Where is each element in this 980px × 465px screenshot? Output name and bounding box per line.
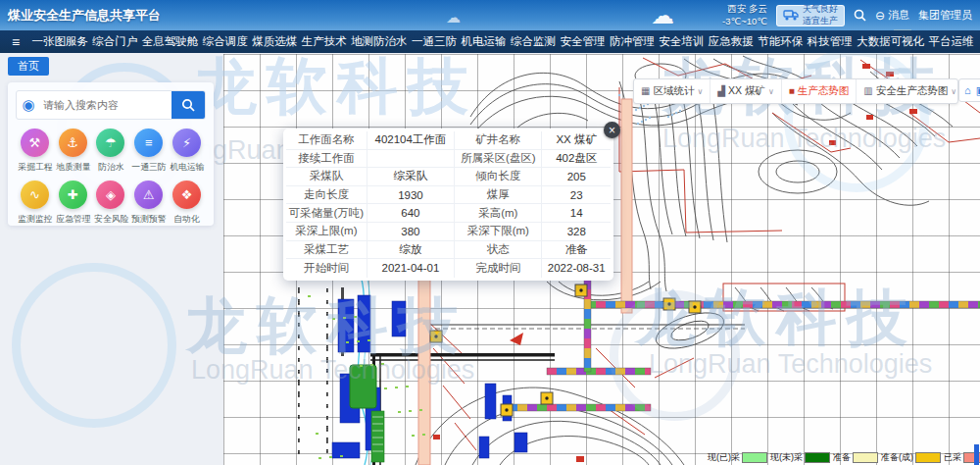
app-shortcut-label: 地质测量 xyxy=(56,161,89,173)
app-shortcut-label: 一通三防 xyxy=(132,161,166,173)
nav-item-6[interactable]: 生产技术 xyxy=(302,34,347,49)
nav-item-7[interactable]: 地测防治水 xyxy=(351,34,408,49)
title-bar: 煤业安全生产信息共享平台 西安 多云 -3℃~10℃ 天气良好 适宜生产 xyxy=(0,0,980,30)
legend-label: 现(已)采 xyxy=(708,451,740,464)
nav-item-3[interactable]: 全息驾驶舱 xyxy=(142,34,199,49)
nav-item-2[interactable]: 综合门户 xyxy=(92,34,137,49)
close-icon[interactable]: × xyxy=(604,122,620,138)
popup-field-value: 328 xyxy=(542,223,611,241)
first-aid-icon: ✚ xyxy=(68,188,78,201)
toolbar-safety-map[interactable]: ▥安全生产态势图∨ xyxy=(856,79,958,103)
plug-icon: ⚡ xyxy=(182,136,191,149)
app-shortcut-anchor[interactable]: ⚓地质测量 xyxy=(54,129,92,174)
popup-field-value: 402104工作面 xyxy=(368,131,455,150)
umbrella-icon: ☂ xyxy=(96,129,124,157)
scrollbar-thumb[interactable] xyxy=(974,444,979,465)
toolbar-production-map[interactable]: ■生产态势图 xyxy=(781,79,857,103)
home-icon[interactable]: ⌂ xyxy=(964,85,971,96)
weather-city: 西安 多云 xyxy=(722,3,767,15)
app-shortcut-umbrella[interactable]: ☂防治水 xyxy=(92,129,130,174)
brand-logo-icon: ◉ xyxy=(17,91,40,119)
truck-icon xyxy=(783,9,799,22)
app-shortcut-label: 防治水 xyxy=(94,161,127,173)
search-icon xyxy=(181,98,195,112)
toolbar-region-stats[interactable]: ▦区域统计∨ xyxy=(634,79,710,103)
search-icon[interactable] xyxy=(854,9,866,22)
nav-items: 一张图服务综合门户全息驾驶舱综合调度煤质选煤生产技术地测防治水一通三防机电运输综… xyxy=(29,34,980,49)
nav-item-10[interactable]: 综合监测 xyxy=(511,34,556,49)
popup-field-label: 采深下限(m) xyxy=(455,223,542,241)
popup-field-value xyxy=(368,150,455,169)
app-shortcut-label: 监测监控 xyxy=(18,213,51,225)
nav-item-11[interactable]: 安全管理 xyxy=(560,34,605,49)
search-input[interactable] xyxy=(40,91,172,119)
toolbar-label: 生产态势图 xyxy=(798,84,850,98)
legend-item: 准备 xyxy=(833,451,878,464)
warning-icon: ⚠ xyxy=(134,181,163,209)
nav-item-12[interactable]: 防冲管理 xyxy=(610,34,655,49)
nav-item-5[interactable]: 煤质选煤 xyxy=(252,34,297,49)
workface-info-popup: × 工作面名称402104工作面矿井名称XX 煤矿接续工作面所属采区(盘区)40… xyxy=(283,129,613,281)
nav-item-8[interactable]: 一通三防 xyxy=(412,34,457,49)
popup-field-label: 所属采区(盘区) xyxy=(455,150,542,169)
app-shortcut-plug[interactable]: ⚡机电运输 xyxy=(168,129,206,174)
app-root: 龙软科技 LongRuan Technologies 龙软科技 LongRuan… xyxy=(0,0,980,465)
pick-icon: ⚒ xyxy=(29,136,41,149)
popup-field-label: 煤厚 xyxy=(455,186,542,205)
nav-item-9[interactable]: 机电运输 xyxy=(462,34,507,49)
popup-field-value: 综放 xyxy=(368,241,455,260)
hamburger-menu-icon[interactable]: ≡ xyxy=(0,35,29,49)
nav-item-18[interactable]: 平台运维 xyxy=(929,34,974,49)
nav-item-17[interactable]: 大数据可视化 xyxy=(857,34,924,49)
app-shortcut-warning[interactable]: ⚠预测预警 xyxy=(129,181,168,226)
popup-field-label: 工作面名称 xyxy=(286,131,368,150)
popup-field-value: 402盘区 xyxy=(542,150,611,169)
legend-label: 已采 xyxy=(944,451,961,464)
app-shortcut-label: 安全风险 xyxy=(94,213,127,225)
nav-item-14[interactable]: 应急救援 xyxy=(709,34,754,49)
search-button[interactable] xyxy=(172,91,205,119)
popup-field-value: 380 xyxy=(368,223,455,241)
quick-access-panel: ◉ ⚒采掘工程⚓地质测量☂防治水≡一通三防⚡机电运输∿监测监控✚应急管理◈安全风… xyxy=(8,82,214,226)
production-map-icon: ■ xyxy=(789,86,795,96)
app-shortcut-automation[interactable]: ❖自动化 xyxy=(168,181,206,226)
messages-button[interactable]: ⊖ 消息 xyxy=(875,8,909,23)
nav-item-15[interactable]: 节能环保 xyxy=(758,34,803,49)
map-toolbar: ▦区域统计∨▟XX 煤矿∨■生产态势图▥安全生产态势图∨▣工具∨ xyxy=(633,78,958,104)
app-shortcut-sliders[interactable]: ≡一通三防 xyxy=(129,129,168,174)
chevron-down-icon: ∨ xyxy=(951,87,956,96)
app-shortcut-first-aid[interactable]: ✚应急管理 xyxy=(54,181,92,226)
window-icon[interactable]: ▣ xyxy=(976,85,980,96)
first-aid-icon: ✚ xyxy=(59,181,87,209)
popup-field-label: 接续工作面 xyxy=(286,150,368,169)
legend-swatch xyxy=(915,452,941,463)
popup-field-label: 走向长度 xyxy=(286,186,368,205)
mine-select-icon: ▟ xyxy=(717,86,725,96)
nav-item-4[interactable]: 综合调度 xyxy=(203,34,248,49)
weather-status-line2: 适宜生产 xyxy=(803,16,838,26)
legend-item: 现(已)采 xyxy=(708,451,767,464)
sliders-icon: ≡ xyxy=(145,136,153,149)
app-shortcut-monitor-chart[interactable]: ∿监测监控 xyxy=(16,181,54,226)
nav-item-1[interactable]: 一张图服务 xyxy=(31,34,88,49)
nav-item-13[interactable]: 安全培训 xyxy=(659,34,704,49)
toolbar-mine-select[interactable]: ▟XX 煤矿∨ xyxy=(710,79,781,103)
anchor-icon: ⚓ xyxy=(59,129,87,157)
map-legend: 现(已)采现(未)采准备准备(成)已采 xyxy=(708,451,980,464)
popup-field-value: 2021-04-01 xyxy=(368,259,455,278)
safety-map-icon: ▥ xyxy=(863,86,872,96)
popup-field-label: 采煤工艺 xyxy=(286,241,368,260)
workface-info-table: 工作面名称402104工作面矿井名称XX 煤矿接续工作面所属采区(盘区)402盘… xyxy=(286,131,611,278)
nav-item-16[interactable]: 科技管理 xyxy=(808,34,853,49)
user-account-label[interactable]: 集团管理员 xyxy=(918,8,972,23)
popup-field-label: 可采储量(万吨) xyxy=(286,204,368,223)
popup-field-label: 倾向长度 xyxy=(455,168,542,186)
monitor-chart-icon: ∿ xyxy=(21,181,49,209)
app-shortcut-gem[interactable]: ◈安全风险 xyxy=(92,181,130,226)
legend-swatch xyxy=(742,452,767,463)
tab-home[interactable]: 首页 xyxy=(8,57,49,76)
popup-field-value: XX 煤矿 xyxy=(542,131,611,150)
main-nav: ≡ 一张图服务综合门户全息驾驶舱综合调度煤质选煤生产技术地测防治水一通三防机电运… xyxy=(0,30,980,53)
app-shortcut-pick[interactable]: ⚒采掘工程 xyxy=(16,129,54,174)
app-shortcut-label: 预测预警 xyxy=(132,213,166,225)
